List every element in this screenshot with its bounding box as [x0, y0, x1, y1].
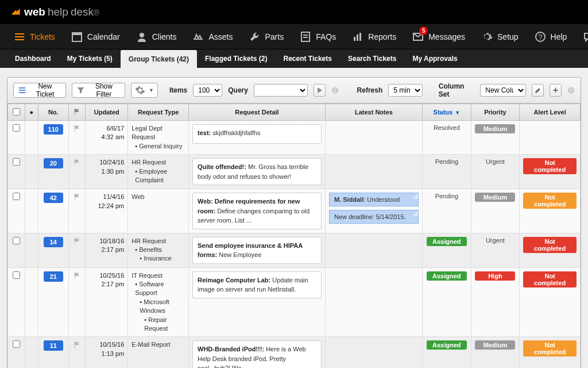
flag-icon[interactable]: [73, 124, 81, 132]
nav-help[interactable]: ?Help: [528, 24, 574, 49]
col-checkbox[interactable]: [8, 104, 25, 121]
detail-card[interactable]: Web: Define requirements for new room: D…: [192, 193, 322, 229]
col-detail[interactable]: Request Detail: [189, 104, 326, 121]
subnav-item[interactable]: Dashboard: [7, 49, 59, 68]
table-row[interactable]: 1410/18/162:17 pmHR RequestBenefitsInsur…: [8, 233, 581, 267]
nav-label: Parts: [265, 32, 284, 41]
nav-label: Assets: [208, 32, 233, 41]
col-no[interactable]: No.: [38, 104, 68, 121]
note[interactable]: New deadline: 5/14/2015.: [329, 210, 419, 224]
notes-cell: [325, 267, 422, 337]
alert-pill: Not completed: [523, 193, 577, 209]
nav-parts[interactable]: Parts: [242, 24, 291, 49]
detail-card[interactable]: Reimage Computer Lab: Update main image …: [192, 271, 322, 298]
list-icon: [18, 86, 26, 94]
detail-cell: Send employee insurance & HIPAA forms: N…: [189, 233, 326, 267]
play-icon: [317, 87, 323, 93]
subnav-item[interactable]: Recent Tickets: [275, 49, 340, 68]
flag-icon: [73, 108, 81, 116]
notes-cell: [325, 233, 422, 267]
flag-icon[interactable]: [73, 158, 81, 166]
nav-faqs[interactable]: FAQs: [293, 24, 343, 49]
svg-rect-15: [19, 87, 25, 89]
detail-card[interactable]: Send employee insurance & HIPAA forms: N…: [192, 237, 322, 264]
nav-reports[interactable]: Reports: [345, 24, 403, 49]
nav-setup[interactable]: Setup: [474, 24, 525, 49]
note[interactable]: M. Siddall: Understood: [329, 193, 419, 206]
flag-icon[interactable]: [73, 340, 81, 348]
subnav-item[interactable]: My Approvals: [404, 49, 465, 68]
col-priority[interactable]: Priority: [471, 104, 520, 121]
priority: Urgent: [475, 237, 516, 244]
subnav-item[interactable]: Group Tickets (42): [121, 50, 197, 68]
request-type-cell: HR RequestEmployee Complaint: [128, 155, 189, 189]
row-checkbox[interactable]: [13, 124, 20, 132]
svg-rect-4: [72, 33, 82, 35]
flag-icon[interactable]: [73, 193, 81, 201]
add-colset-button[interactable]: +: [550, 84, 562, 97]
ticket-number[interactable]: 20: [44, 158, 63, 168]
table-row[interactable]: 1106/6/174:32 amLegal Dept RequestGenera…: [8, 121, 581, 155]
ticket-number[interactable]: 11: [44, 340, 63, 351]
faq-icon: [300, 31, 311, 43]
colset-select[interactable]: New Colu: [480, 84, 526, 97]
colset-label: Column Set: [439, 82, 475, 98]
col-updated[interactable]: Updated: [86, 104, 128, 121]
col-status[interactable]: Status▼: [423, 104, 471, 121]
subnav-item[interactable]: Flagged Tickets (2): [197, 49, 275, 68]
ticket-number[interactable]: 110: [44, 124, 63, 135]
items-select[interactable]: 100: [193, 84, 222, 97]
row-checkbox[interactable]: [13, 271, 20, 279]
row-checkbox[interactable]: [13, 158, 20, 166]
nav-calendar[interactable]: Calendar: [64, 24, 127, 49]
toolbar: New Ticket Show Filter ▼ Items 100 Query…: [7, 78, 581, 103]
request-type-cell: HR RequestBenefitsInsurance: [128, 233, 189, 267]
row-checkbox[interactable]: [13, 340, 20, 348]
col-notes[interactable]: Latest Notes: [325, 104, 422, 121]
updated-cell: 10/25/162:17 pm: [86, 267, 128, 337]
edit-colset-button[interactable]: [532, 84, 544, 97]
nav-messages[interactable]: Messages5: [405, 24, 472, 49]
ticket-number[interactable]: 14: [44, 237, 63, 247]
row-checkbox[interactable]: [13, 193, 20, 200]
col-alert[interactable]: Alert Level: [520, 104, 581, 121]
flag-icon[interactable]: [73, 237, 81, 245]
nav-assets[interactable]: Assets: [185, 24, 239, 49]
subnav-item[interactable]: Search Tickets: [340, 49, 405, 68]
ticket-number[interactable]: 42: [44, 193, 63, 203]
query-select[interactable]: [254, 84, 308, 97]
refresh-select[interactable]: 5 min: [388, 84, 423, 97]
detail-card[interactable]: Quite offended!: Mr. Gross has terrible …: [192, 158, 322, 185]
nav-tickets[interactable]: Tickets: [7, 24, 62, 49]
tickets-panel: New Ticket Show Filter ▼ Items 100 Query…: [7, 77, 581, 368]
new-ticket-button[interactable]: New Ticket: [13, 83, 66, 98]
ticket-number[interactable]: 21: [44, 271, 63, 282]
gear-icon: [135, 85, 145, 95]
status-pill: Assigned: [427, 237, 467, 246]
subnav-item[interactable]: My Tickets (5): [59, 49, 121, 68]
calendar-icon: [71, 31, 83, 43]
pencil-icon: [535, 87, 541, 94]
svg-rect-17: [19, 92, 25, 93]
col-dot[interactable]: ●: [25, 104, 38, 121]
col-flag[interactable]: [68, 104, 86, 121]
table-row[interactable]: 2110/25/162:17 pmIT RequestSoftware Supp…: [8, 267, 581, 337]
table-row[interactable]: 1110/15/161:13 pmE-Mail ReportWHD-Brande…: [8, 337, 581, 368]
nav-thwack[interactable]: Thwack: [576, 24, 588, 49]
items-label: Items: [169, 86, 187, 94]
show-filter-button[interactable]: Show Filter: [72, 83, 125, 98]
gear-menu-button[interactable]: ▼: [131, 83, 158, 98]
nav-clients[interactable]: Clients: [129, 24, 184, 49]
col-reqtype[interactable]: Request Type: [128, 104, 189, 121]
flag-icon[interactable]: [73, 271, 81, 279]
table-row[interactable]: 4211/4/1612:24 pmWebWeb: Define requirem…: [8, 189, 581, 233]
detail-card[interactable]: test: skjdfhskldjhfalfhs: [192, 124, 322, 144]
run-query-button[interactable]: [314, 84, 326, 97]
content: New Ticket Show Filter ▼ Items 100 Query…: [0, 68, 588, 368]
select-all-checkbox[interactable]: [13, 108, 20, 116]
detail-card[interactable]: WHD-Branded iPod!!!: Here is a Web Help …: [192, 340, 322, 368]
table-row[interactable]: 2010/24/161:30 pmHR RequestEmployee Comp…: [8, 155, 581, 189]
table-body: 1106/6/174:32 amLegal Dept RequestGenera…: [8, 121, 581, 369]
row-checkbox[interactable]: [13, 237, 20, 244]
new-ticket-label: New Ticket: [29, 82, 61, 98]
